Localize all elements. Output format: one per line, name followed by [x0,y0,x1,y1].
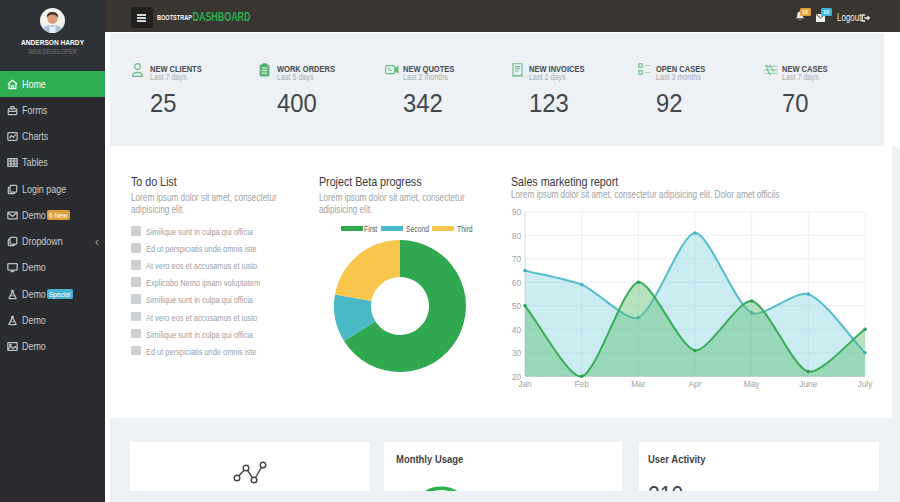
svg-text:60: 60 [512,278,522,288]
svg-text:May: May [744,379,761,389]
svg-text:Feb: Feb [575,379,590,389]
svg-text:July: July [858,379,874,389]
svg-text:80: 80 [512,231,522,241]
svg-text:June: June [799,379,817,389]
svg-text:40: 40 [512,325,522,335]
svg-text:Jan: Jan [518,379,532,389]
svg-text:50: 50 [512,301,522,311]
svg-text:BOOTSTRAP: BOOTSTRAP [157,14,193,21]
svg-text:30: 30 [512,348,522,358]
svg-text:Mar: Mar [631,379,646,389]
svg-text:DASHBOARD: DASHBOARD [193,10,251,24]
svg-text:Apr: Apr [689,379,702,389]
svg-text:90: 90 [512,207,522,217]
svg-text:70: 70 [512,254,522,264]
